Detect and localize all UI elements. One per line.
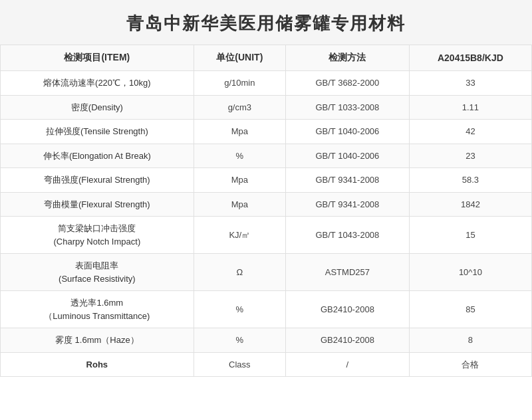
cell-item: 透光率1.6mm （Luminous Transmittance) — [1, 291, 194, 328]
table-row: 弯曲强度(Flexural Strength)MpaGB/T 9341-2008… — [1, 168, 532, 193]
table-row: 简支梁缺口冲击强度 (Charpy Notch Impact)KJ/㎡GB/T … — [1, 217, 532, 254]
cell-method: GB/T 1040-2006 — [285, 144, 409, 168]
cell-method: GB/T 1040-2006 — [285, 120, 409, 144]
cell-method: GB2410-2008 — [285, 328, 409, 353]
cell-value: 33 — [409, 71, 531, 96]
table-row: 弯曲模量(Flexural Strength)MpaGB/T 9341-2008… — [1, 192, 532, 217]
cell-unit: g/10min — [194, 71, 285, 96]
table-row: 雾度 1.6mm（Haze）%GB2410-20088 — [1, 328, 532, 353]
cell-item: 熔体流动速率(220℃，10kg) — [1, 71, 194, 96]
cell-item: 拉伸强度(Tensile Strength) — [1, 120, 194, 144]
table-row: 伸长率(Elongation At Break)%GB/T 1040-20062… — [1, 144, 532, 168]
table-row: 熔体流动速率(220℃，10kg)g/10minGB/T 3682-200033 — [1, 71, 532, 96]
cell-method: GB/T 1033-2008 — [285, 95, 409, 120]
cell-item: 表面电阻率 (Surface Resistivity) — [1, 254, 194, 291]
cell-value: 1.11 — [409, 95, 531, 120]
title-bar: 青岛中新华美医用储雾罐专用材料 — [0, 0, 532, 45]
cell-unit: Mpa — [194, 192, 285, 217]
cell-value: 42 — [409, 120, 531, 144]
cell-method: GB2410-2008 — [285, 291, 409, 328]
cell-value: 58.3 — [409, 168, 531, 193]
cell-item: 伸长率(Elongation At Break) — [1, 144, 194, 168]
cell-value: 8 — [409, 328, 531, 353]
cell-value: 23 — [409, 144, 531, 168]
page-title: 青岛中新华美医用储雾罐专用材料 — [7, 12, 525, 35]
cell-unit: g/cm3 — [194, 95, 285, 120]
cell-item: 弯曲模量(Flexural Strength) — [1, 192, 194, 217]
cell-item: 弯曲强度(Flexural Strength) — [1, 168, 194, 193]
cell-unit: % — [194, 291, 285, 328]
cell-unit: Mpa — [194, 168, 285, 193]
cell-method: GB/T 9341-2008 — [285, 192, 409, 217]
col-header-value: A20415B8/KJD — [409, 45, 531, 71]
col-header-unit: 单位(UNIT) — [194, 45, 285, 71]
cell-method: GB/T 9341-2008 — [285, 168, 409, 193]
cell-unit: Mpa — [194, 120, 285, 144]
cell-item: Rohs — [1, 352, 194, 377]
cell-method: GB/T 3682-2000 — [285, 71, 409, 96]
col-header-item: 检测项目(ITEM) — [1, 45, 194, 71]
cell-value: 15 — [409, 217, 531, 254]
cell-method: GB/T 1043-2008 — [285, 217, 409, 254]
table-row: 表面电阻率 (Surface Resistivity)ΩASTMD25710^1… — [1, 254, 532, 291]
table-row: 拉伸强度(Tensile Strength)MpaGB/T 1040-20064… — [1, 120, 532, 144]
cell-unit: Ω — [194, 254, 285, 291]
cell-unit: Class — [194, 352, 285, 377]
cell-unit: % — [194, 328, 285, 353]
table-row: 密度(Density)g/cm3GB/T 1033-20081.11 — [1, 95, 532, 120]
cell-method: / — [285, 352, 409, 377]
cell-method: ASTMD257 — [285, 254, 409, 291]
cell-unit: % — [194, 144, 285, 168]
table-header-row: 检测项目(ITEM) 单位(UNIT) 检测方法 A20415B8/KJD — [1, 45, 532, 71]
data-table: 检测项目(ITEM) 单位(UNIT) 检测方法 A20415B8/KJD 熔体… — [0, 45, 532, 377]
cell-value: 合格 — [409, 352, 531, 377]
col-header-method: 检测方法 — [285, 45, 409, 71]
cell-unit: KJ/㎡ — [194, 217, 285, 254]
cell-item: 雾度 1.6mm（Haze） — [1, 328, 194, 353]
cell-value: 85 — [409, 291, 531, 328]
cell-item: 密度(Density) — [1, 95, 194, 120]
cell-value: 10^10 — [409, 254, 531, 291]
page-wrapper: 青岛中新华美医用储雾罐专用材料 检测项目(ITEM) 单位(UNIT) 检测方法… — [0, 0, 532, 420]
table-row: 透光率1.6mm （Luminous Transmittance)%GB2410… — [1, 291, 532, 328]
cell-value: 1842 — [409, 192, 531, 217]
cell-item: 简支梁缺口冲击强度 (Charpy Notch Impact) — [1, 217, 194, 254]
table-row: RohsClass/合格 — [1, 352, 532, 377]
